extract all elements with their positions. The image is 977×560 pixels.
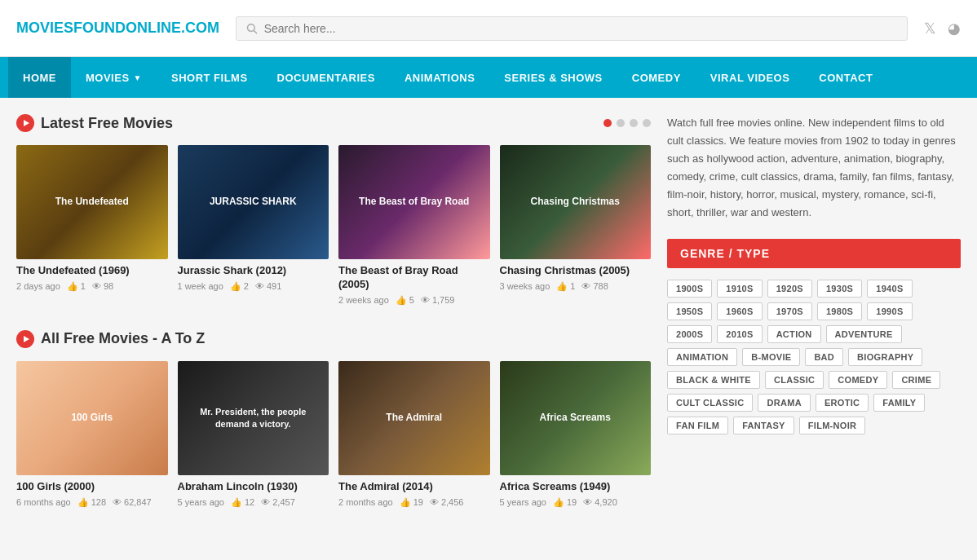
carousel-dot-2[interactable] (617, 119, 625, 127)
movie-card-admiral[interactable]: The Admiral The Admiral (2014) 2 months … (338, 361, 490, 508)
genre-tag[interactable]: 1900S (667, 280, 712, 298)
genre-tag[interactable]: 1950S (667, 302, 712, 320)
genre-tag[interactable]: 1930S (817, 280, 862, 298)
page-content: Latest Free Movies The Undefeated The Un… (0, 98, 977, 549)
genre-tag[interactable]: 2010S (717, 325, 762, 343)
search-bar[interactable] (236, 16, 908, 41)
genre-tag[interactable]: FILM-NOIR (799, 417, 866, 434)
time-ago: 5 years ago (500, 497, 546, 507)
movie-thumb: JURASSIC SHARK (178, 145, 329, 259)
movie-thumb: The Admiral (338, 361, 490, 475)
genre-tag[interactable]: COMEDY (829, 371, 887, 389)
genre-tag[interactable]: BIOGRAPHY (848, 348, 922, 366)
views: 👁98 (92, 281, 113, 291)
movie-meta: 5 years ago 👍19 👁4,920 (500, 497, 652, 508)
views: 👁2,457 (261, 497, 295, 507)
play-icon (16, 114, 34, 132)
movie-card-beast[interactable]: The Beast of Bray Road The Beast of Bray… (338, 145, 490, 306)
movie-card-jurassic[interactable]: JURASSIC SHARK Jurassic Shark (2012) 1 w… (178, 145, 329, 306)
time-ago: 2 days ago (16, 281, 60, 291)
search-input[interactable] (264, 22, 897, 35)
movie-meta: 2 weeks ago 👍5 👁1,759 (338, 295, 490, 306)
movie-meta: 1 week ago 👍2 👁491 (178, 281, 329, 292)
genre-tag[interactable]: B-MOVIE (742, 348, 800, 366)
allfilms-section-header: All Free Movies - A To Z (16, 330, 651, 348)
nav-item-contact[interactable]: CONTACT (804, 57, 887, 98)
nav-item-home[interactable]: HOME (8, 57, 71, 98)
genre-tag[interactable]: 1960S (717, 302, 762, 320)
movie-meta: 3 weeks ago 👍1 👁788 (500, 281, 652, 292)
genre-tag[interactable]: BLACK & WHITE (667, 371, 760, 389)
nav-item-short-films[interactable]: SHORT FILMS (157, 57, 263, 98)
genre-tags: 1900S1910S1920S1930S1940S1950S1960S1970S… (667, 280, 961, 434)
main-nav: HOME MOVIES ▼ SHORT FILMS DOCUMENTARIES … (0, 57, 977, 98)
time-ago: 2 weeks ago (338, 295, 389, 305)
genre-tag[interactable]: CRIME (892, 371, 940, 389)
site-logo[interactable]: MOVIESFOUNDONLINE.COM (16, 20, 219, 37)
time-ago: 1 week ago (178, 281, 223, 291)
views: 👁4,920 (583, 497, 617, 507)
movie-title: Chasing Christmas (2005) (500, 264, 652, 278)
movie-title: 100 Girls (2000) (16, 480, 168, 494)
movie-thumb: 100 Girls (16, 361, 168, 475)
allfilms-movie-grid: 100 Girls 100 Girls (2000) 6 months ago … (16, 361, 651, 508)
sidebar: Watch full free movies online. New indep… (667, 114, 961, 532)
movie-card-100girls[interactable]: 100 Girls 100 Girls (2000) 6 months ago … (16, 361, 168, 508)
nav-item-comedy[interactable]: COMEDY (617, 57, 696, 98)
play-icon-2 (16, 330, 34, 348)
latest-movie-grid: The Undefeated The Undefeated (1969) 2 d… (16, 145, 651, 306)
genre-tag[interactable]: 1990S (867, 302, 912, 320)
carousel-dots (603, 119, 651, 127)
header: MOVIESFOUNDONLINE.COM 𝕏 ◕ (0, 0, 977, 57)
allfilms-section: All Free Movies - A To Z 100 Girls 100 G… (16, 330, 651, 508)
chevron-down-icon: ▼ (134, 73, 142, 82)
time-ago: 5 years ago (178, 497, 224, 507)
movie-card-undefeated[interactable]: The Undefeated The Undefeated (1969) 2 d… (16, 145, 168, 306)
genre-tag[interactable]: DRAMA (758, 394, 810, 412)
genre-tag[interactable]: 1910S (717, 280, 762, 298)
carousel-dot-4[interactable] (643, 119, 651, 127)
genre-tag[interactable]: 1920S (767, 280, 812, 298)
movie-meta: 5 years ago 👍12 👁2,457 (178, 497, 329, 508)
genre-tag[interactable]: ADVENTURE (826, 325, 902, 343)
views: 👁491 (255, 281, 281, 291)
svg-line-1 (254, 30, 256, 33)
movie-card-lincoln[interactable]: Mr. President, the people demand a victo… (178, 361, 329, 508)
likes: 👍19 (553, 497, 577, 508)
allfilms-section-title: All Free Movies - A To Z (16, 330, 205, 348)
nav-item-documentaries[interactable]: DOCUMENTARIES (263, 57, 390, 98)
nav-item-animations[interactable]: ANIMATIONS (390, 57, 489, 98)
genre-tag[interactable]: FANTASY (733, 417, 794, 434)
nav-item-series-shows[interactable]: SERIES & SHOWS (489, 57, 617, 98)
genre-tag[interactable]: 2000S (667, 325, 712, 343)
movie-thumb: Mr. President, the people demand a victo… (178, 361, 329, 475)
views: 👁62,847 (113, 497, 152, 507)
movie-meta: 6 months ago 👍128 👁62,847 (16, 497, 168, 508)
carousel-dot-3[interactable] (630, 119, 638, 127)
movie-card-africa[interactable]: Africa Screams Africa Screams (1949) 5 y… (500, 361, 652, 508)
search-icon (246, 23, 258, 34)
latest-section-header: Latest Free Movies (16, 114, 651, 132)
genre-tag[interactable]: ANIMATION (667, 348, 737, 366)
likes: 👍12 (231, 497, 254, 508)
genre-tag[interactable]: 1980S (817, 302, 862, 320)
genre-tag[interactable]: BAD (805, 348, 843, 366)
genre-tag[interactable]: 1970S (767, 302, 812, 320)
genre-tag[interactable]: FAMILY (873, 394, 925, 412)
movie-card-chasing[interactable]: Chasing Christmas Chasing Christmas (200… (500, 145, 652, 306)
nav-item-viral-videos[interactable]: VIRAL VIDEOS (696, 57, 805, 98)
genre-tag[interactable]: 1940S (867, 280, 912, 298)
nav-item-movies[interactable]: MOVIES ▼ (71, 57, 157, 98)
likes: 👍128 (77, 497, 106, 508)
genre-tag[interactable]: CULT CLASSIC (667, 394, 753, 412)
rss-icon[interactable]: ◕ (948, 20, 961, 37)
likes: 👍19 (400, 497, 423, 508)
likes: 👍2 (230, 281, 249, 292)
time-ago: 6 months ago (16, 497, 71, 507)
genre-tag[interactable]: CLASSIC (765, 371, 824, 389)
genre-tag[interactable]: EROTIC (816, 394, 869, 412)
genre-tag[interactable]: FAN FILM (667, 417, 728, 434)
genre-tag[interactable]: ACTION (767, 325, 821, 343)
carousel-dot-1[interactable] (603, 119, 612, 127)
twitter-icon[interactable]: 𝕏 (924, 20, 936, 37)
